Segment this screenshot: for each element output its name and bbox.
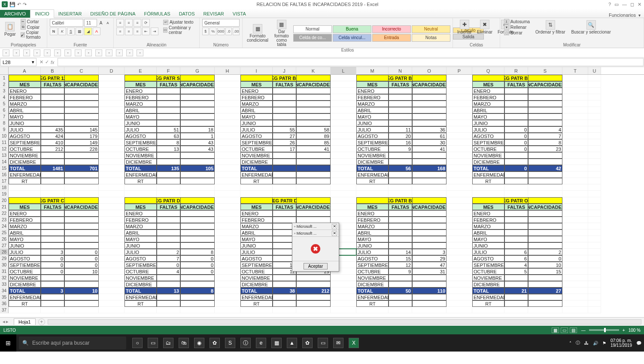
cell-H1[interactable] [215,75,240,81]
cell-F8[interactable] [157,120,180,126]
cell-H14[interactable] [215,159,240,165]
row-header[interactable]: 16 [0,171,9,178]
cell-O22[interactable] [412,210,447,217]
cell-G4[interactable] [180,94,215,101]
cell-C9[interactable]: 145 [64,126,99,133]
cell-O28[interactable]: 3 [412,249,447,255]
cell-B22[interactable] [41,210,64,217]
row-header[interactable]: 14 [0,159,9,165]
cell-S15[interactable]: 42 [528,165,562,171]
cell-T14[interactable] [562,159,588,165]
cell-G9[interactable]: 18 [180,126,215,133]
cell-M35[interactable]: ENFERMEDAD [356,294,389,300]
cell-R10[interactable]: 0 [504,133,528,139]
cell-Q34[interactable]: TOTAL [472,288,504,294]
col-header-R[interactable]: R [504,67,528,74]
col-header-N[interactable]: N [389,67,412,74]
cell-Q2[interactable]: MES [472,81,504,88]
cell-O18[interactable] [412,184,447,191]
cell-Q8[interactable]: JUNIO [472,120,504,126]
cell-T35[interactable] [562,294,588,300]
cell-H23[interactable] [215,217,240,223]
cell-K5[interactable] [296,101,331,107]
align-left-icon[interactable]: ≡ [116,28,124,35]
zoom-slider[interactable] [589,329,619,331]
cell-F10[interactable]: 63 [157,133,180,139]
cell-G3[interactable] [180,88,215,94]
cell-G26[interactable] [180,236,215,242]
find-select-button[interactable]: 🔍Buscar y seleccionar [570,19,613,35]
cell-U20[interactable] [588,197,601,204]
align-mid-icon[interactable]: ≡ [125,19,133,27]
cell-G1[interactable] [180,75,215,81]
cell-C33[interactable] [64,281,99,288]
cell-F37[interactable] [157,307,180,313]
qat-btn[interactable]: ▫ [95,49,102,56]
col-header-M[interactable]: M [356,67,389,74]
accept-button[interactable]: Aceptar [304,263,328,269]
cell-L11[interactable] [331,139,356,146]
cell-H22[interactable] [215,210,240,217]
cell-H28[interactable] [215,249,240,255]
cell-M19[interactable] [356,191,389,197]
cell-E11[interactable]: SEPTIEMBRE [125,139,157,146]
cell-I15[interactable]: TOTAL [240,165,273,171]
row-header[interactable]: 8 [0,120,9,126]
cell-O1[interactable] [412,75,447,81]
row-header[interactable]: 28 [0,249,9,255]
dialog-title-1[interactable]: ▫ Microsoft ... ✕ [292,223,339,230]
cell-J9[interactable]: 55 [273,126,296,133]
cell-B11[interactable]: 410 [41,139,64,146]
cell-I10[interactable]: AGOSTO [240,133,273,139]
cell-J3[interactable] [273,88,296,94]
cell-E35[interactable]: ENFERMEDAD [125,294,157,300]
row-header[interactable]: 13 [0,152,9,159]
cell-S30[interactable]: 10 [528,262,562,268]
cell-K22[interactable] [296,210,331,217]
cell-L36[interactable] [331,300,356,307]
chevron-down-icon[interactable]: ▾ [32,59,34,65]
cell-L23[interactable] [331,217,356,223]
qat-btn[interactable]: ▫ [85,49,92,56]
cell-D34[interactable] [99,288,125,294]
cell-M10[interactable]: AGOSTO [356,133,389,139]
col-header-I[interactable]: I [240,67,273,74]
cell-U32[interactable] [588,275,601,281]
tab-view[interactable]: VISTA [228,10,250,18]
cell-A3[interactable]: ENERO [9,88,41,94]
cell-R14[interactable] [504,159,528,165]
cell-G13[interactable] [180,152,215,159]
cell-O25[interactable] [412,229,447,236]
cell-D31[interactable] [99,268,125,275]
cell-K10[interactable]: 89 [296,133,331,139]
cell-U37[interactable] [588,307,601,313]
cell-P31[interactable] [447,268,472,275]
cell-R6[interactable] [504,107,528,113]
cell-G7[interactable] [180,113,215,120]
style-normal[interactable]: Normal [293,25,332,33]
cell-N5[interactable] [389,101,412,107]
cell-M5[interactable]: MARZO [356,101,389,107]
cell-I2[interactable]: MES [240,81,273,88]
cell-A7[interactable]: MAYO [9,113,41,120]
cell-U19[interactable] [588,191,601,197]
insert-cell-button[interactable]: ✚Insertar [456,19,474,35]
sheet-nav-next-icon[interactable]: ▸ [6,319,9,324]
cell-C17[interactable] [64,178,99,184]
cell-T6[interactable] [562,107,588,113]
cell-H27[interactable] [215,242,240,249]
cell-O34[interactable]: 110 [412,288,447,294]
cell-P3[interactable] [447,88,472,94]
cell-E26[interactable]: MAYO [125,236,157,242]
column-headers[interactable]: ABCDEFGHIJKLMNOPQRSTU [0,67,644,75]
cell-L33[interactable] [331,281,356,288]
cell-C22[interactable] [64,210,99,217]
cell-T19[interactable] [562,191,588,197]
cell-R27[interactable] [504,242,528,249]
row-header[interactable]: 15 [0,165,9,171]
cell-N29[interactable]: 15 [389,255,412,262]
increase-font-icon[interactable]: A [98,19,104,27]
cell-F12[interactable]: 13 [157,146,180,152]
cell-I7[interactable]: MAYO [240,113,273,120]
cell-Q23[interactable]: FEBRERO [472,217,504,223]
